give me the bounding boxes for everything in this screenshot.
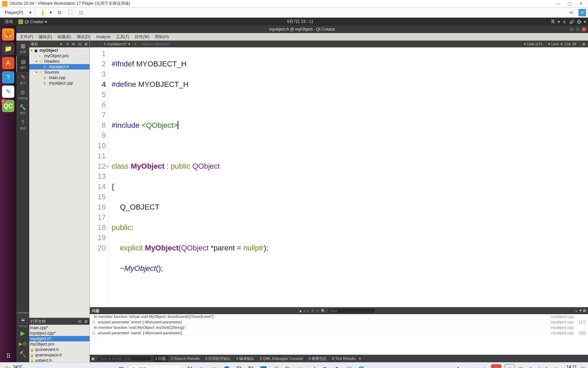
mode-welcome[interactable]: ▦欢迎 xyxy=(16,41,29,56)
run-button[interactable]: ▶ xyxy=(18,327,27,339)
sync-icon[interactable]: ⟲ xyxy=(65,42,70,46)
output-tab-general[interactable]: 6 概要信息 xyxy=(307,355,329,362)
zoom-in-icon[interactable]: ＋ xyxy=(574,308,578,313)
output-tab-search[interactable]: 2 Search Results xyxy=(169,356,202,361)
filter-warn-icon[interactable]: ⚠ xyxy=(311,309,314,313)
start-button[interactable]: ⊞ xyxy=(116,364,126,368)
tray-icon[interactable]: 📢 xyxy=(535,367,540,368)
qt-minimize[interactable] xyxy=(570,27,574,31)
menu-debug[interactable]: 调试(D) xyxy=(75,33,93,41)
menu-window[interactable]: 控件(W) xyxy=(133,33,151,41)
tray-icon[interactable]: 🔋 xyxy=(483,367,488,368)
taskbar-app[interactable]: Ⓜ xyxy=(234,364,244,368)
maximize-button[interactable]: ▢ xyxy=(565,1,575,6)
output-tab-app[interactable]: 3 应用程序输出 xyxy=(203,355,233,362)
fold-icon[interactable]: ▸ xyxy=(107,161,109,171)
taskbar-app[interactable]: 📋 xyxy=(344,364,354,368)
player-menu[interactable]: Player(P) xyxy=(2,9,26,16)
tab-close[interactable]: ✕ xyxy=(132,42,138,46)
dock-show-apps[interactable]: ⠿ xyxy=(2,350,14,362)
output-tab-compile[interactable]: 4 编译输出 xyxy=(234,355,256,362)
next-issue-up[interactable]: ‹ xyxy=(304,309,306,313)
dock-qtcreator[interactable]: QC1 xyxy=(2,100,14,112)
minimize-button[interactable]: — xyxy=(553,1,563,6)
mode-help[interactable]: ?帮助 xyxy=(16,118,29,133)
code-editor[interactable]: 1234567891011121314151617181920 #ifndef … xyxy=(90,47,588,307)
panel-datetime[interactable]: 8月7日 23 : 11 xyxy=(50,19,551,25)
tree-myobject-cpp[interactable]: cmyobject.cpp xyxy=(29,80,89,86)
network-icon[interactable]: ⯢ xyxy=(562,19,567,24)
volume-icon[interactable]: 🔊 xyxy=(569,19,574,24)
ime-sogou-icon[interactable]: S xyxy=(491,364,501,368)
lang-indicator[interactable]: 英 xyxy=(551,19,555,25)
next-issue-down[interactable]: › xyxy=(308,309,309,313)
taskbar-app[interactable]: 🌐 xyxy=(356,364,366,368)
dock-software[interactable]: A xyxy=(2,57,14,69)
activities-button[interactable]: 活动 xyxy=(2,19,16,25)
mode-edit[interactable]: ▤编辑 xyxy=(16,56,29,72)
line-ending-selector[interactable]: ▾ Unix (LF) xyxy=(521,42,545,46)
qt-maximize[interactable] xyxy=(576,27,580,31)
taskbar-app[interactable]: 📗 xyxy=(246,364,256,368)
app-menu[interactable]: Qt Creator ▾ xyxy=(16,19,50,24)
split-icon[interactable]: ⊟ xyxy=(77,319,82,324)
menu-edit[interactable]: 编辑(E) xyxy=(36,33,54,41)
taskbar-app[interactable]: 📷 xyxy=(295,364,305,368)
taskbar-app[interactable]: ⚙ xyxy=(332,364,342,368)
taskbar-app[interactable]: 🧩 xyxy=(271,364,281,368)
menu-help[interactable]: 帮助(H) xyxy=(153,33,171,41)
history-fwd[interactable]: › xyxy=(96,42,102,46)
project-tree[interactable]: ▾▣myObject ▫myObject.pro ▾📁Headers hmyob… xyxy=(29,47,89,318)
output-tab-issues[interactable]: 1 问题 xyxy=(153,355,168,362)
issues-list[interactable]: In member function 'virtual void MyObjec… xyxy=(90,314,588,355)
tray-icon[interactable]: 🔊 xyxy=(474,367,479,368)
taskbar-app[interactable]: 🖥 xyxy=(320,364,330,368)
output-tab-qml[interactable]: 5 QML Debugger Console xyxy=(258,356,305,361)
taskbar-app[interactable]: 📁 xyxy=(209,364,219,368)
split-icon[interactable]: ⊟ xyxy=(77,42,82,46)
issue-row[interactable]: ⚠unused parameter 'name' [-Wunused-param… xyxy=(90,330,588,336)
debug-run-button[interactable]: ▶⯐ xyxy=(17,339,29,349)
tree-headers-folder[interactable]: ▾📁Headers xyxy=(29,59,89,64)
mode-design[interactable]: ✎设计 xyxy=(16,72,29,88)
menu-tools[interactable]: 工具(T) xyxy=(114,33,131,41)
filter-funnel-icon[interactable]: ⑂ xyxy=(316,309,319,313)
dock-texteditor[interactable]: ✎ xyxy=(2,86,14,98)
send-cad-button[interactable]: ⧉ xyxy=(55,9,63,16)
symbol-selector[interactable]: <Select Symbol> xyxy=(138,42,172,46)
issue-row[interactable]: In member function 'virtual void MyObjec… xyxy=(90,314,588,319)
tray-icon[interactable]: 🧩 xyxy=(552,367,557,368)
close-all-icon[interactable]: ⊠ xyxy=(83,319,88,324)
tree-header-file[interactable]: hmyobject.h xyxy=(29,64,89,70)
issues-filter-input[interactable] xyxy=(328,308,375,313)
prev-issue[interactable]: ▲ xyxy=(298,309,302,313)
open-doc-item[interactable]: myobject.cpp* xyxy=(29,331,89,336)
minimize-pane-icon[interactable]: ▾ xyxy=(579,308,582,313)
open-docs-list[interactable]: main.cpp* myobject.cpp* myobject.h* myOb… xyxy=(29,325,89,362)
output-tab-tests[interactable]: 8 Test Results xyxy=(330,356,358,361)
tray-icon[interactable]: ☁ xyxy=(467,367,471,368)
notifications-icon[interactable]: 💬 xyxy=(580,367,585,368)
tree-main-cpp[interactable]: cmain.cpp xyxy=(29,75,89,80)
filter-icon[interactable]: ▾ xyxy=(59,42,64,46)
locator-input[interactable] xyxy=(97,356,152,361)
back-button[interactable]: ≪ xyxy=(568,9,575,16)
ime-lang[interactable]: 中 xyxy=(505,364,515,368)
tray-icon[interactable]: 🔥 xyxy=(544,367,549,368)
menu-build[interactable]: 构建(B) xyxy=(55,33,73,41)
settings-icon[interactable]: ≡ xyxy=(578,9,586,16)
kit-selector[interactable]: 💻 xyxy=(18,316,28,323)
qt-close[interactable] xyxy=(582,27,586,31)
taskbar-search[interactable]: 🔍 搜索 xyxy=(128,365,183,368)
editor-split-icon[interactable]: ⊞ xyxy=(579,42,588,46)
open-doc-item[interactable]: myobject.h* xyxy=(29,336,89,341)
open-doc-item[interactable]: 🔒qnamespace.h xyxy=(29,352,89,358)
tree-sources-folder[interactable]: ▾📁Sources xyxy=(29,70,89,75)
system-tray[interactable]: ^ ☁ 🔊 🔋 S 中 📶 🎤 📢 🔥 🧩 14:11 2023/8/8 💬 xyxy=(453,364,585,368)
dock-help[interactable]: ? xyxy=(2,71,14,83)
taskbar-app[interactable]: 🔵 xyxy=(222,364,232,368)
close-pane-icon[interactable]: ⊠ xyxy=(583,308,586,313)
dock-firefox[interactable]: 🦊 xyxy=(2,28,14,41)
taskbar-app[interactable]: 🗀 xyxy=(197,364,207,368)
taskbar-clock[interactable]: 14:11 2023/8/8 xyxy=(561,365,577,368)
